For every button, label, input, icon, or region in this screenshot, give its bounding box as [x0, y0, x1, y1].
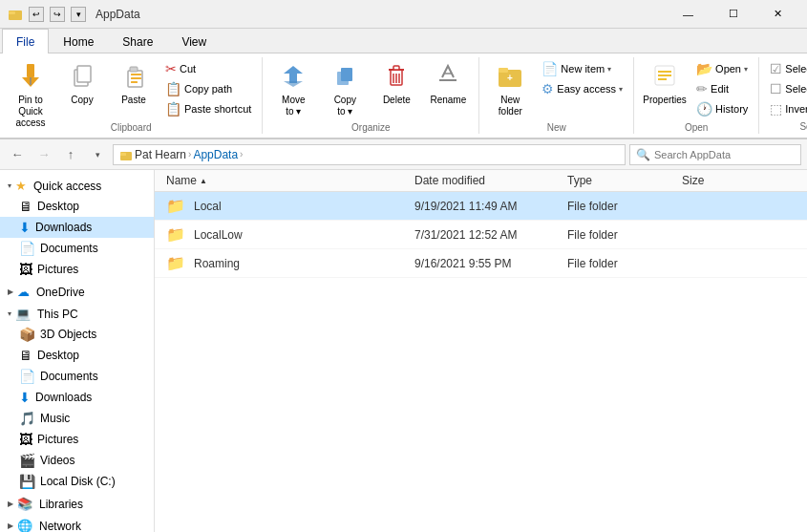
tab-file[interactable]: File [2, 29, 49, 53]
paste-button[interactable]: Paste [109, 57, 159, 120]
sidebar-item-documents-pc[interactable]: 📄 Documents [0, 366, 154, 387]
edit-button[interactable]: ✏ Edit [691, 79, 753, 98]
documents-pc-icon: 📄 [19, 369, 35, 384]
minimize-button[interactable]: — [667, 0, 710, 29]
sidebar-item-localdisk[interactable]: 💾 Local Disk (C:) [0, 471, 154, 492]
svg-rect-8 [130, 67, 138, 72]
copy-to-button[interactable]: Copyto ▾ [320, 57, 370, 120]
cut-label: Cut [180, 63, 196, 74]
back-button[interactable]: ← [6, 143, 29, 166]
thispc-label: This PC [37, 308, 78, 321]
close-button[interactable]: ✕ [756, 0, 799, 29]
organize-label: Organize [268, 120, 473, 135]
tab-share[interactable]: Share [108, 29, 167, 53]
sidebar-item-documents-qa[interactable]: 📄 Documents [0, 238, 154, 259]
file-row-roaming[interactable]: 📁 Roaming 9/16/2021 9:55 PM File folder [155, 249, 807, 278]
properties-button[interactable]: Properties [640, 57, 690, 120]
paste-shortcut-icon: 📋 [165, 101, 181, 117]
sidebar-item-3dobjects[interactable]: 📦 3D Objects [0, 324, 154, 345]
svg-rect-30 [658, 74, 671, 76]
svg-rect-33 [120, 153, 126, 156]
new-item-icon: 📄 [542, 61, 558, 76]
breadcrumb-user[interactable]: Pat Hearn [135, 148, 186, 161]
up-button[interactable]: ↑ [59, 143, 82, 166]
svg-rect-29 [658, 71, 671, 73]
search-input[interactable] [654, 149, 795, 160]
copy-button-large[interactable]: Copy [57, 57, 107, 120]
sidebar-item-pictures-pc[interactable]: 🖼 Pictures [0, 429, 154, 450]
new-item-label: New item [561, 63, 605, 74]
delete-icon [383, 62, 410, 93]
select-all-icon: ☑ [770, 61, 782, 76]
delete-button[interactable]: Delete [372, 57, 421, 120]
breadcrumb-appdata[interactable]: AppData [193, 148, 238, 161]
copy-path-button[interactable]: 📋 Copy path [160, 79, 256, 98]
sidebar: ▾ ★ Quick access 🖥 Desktop ⬇ Downloads 📄… [0, 170, 155, 532]
col-date-header[interactable]: Date modified [414, 174, 567, 187]
sidebar-section-network[interactable]: ▶ 🌐 Network [0, 514, 154, 532]
col-size-header[interactable]: Size [682, 174, 758, 187]
new-folder-button[interactable]: + Newfolder [485, 57, 535, 120]
desktop-icon: 🖥 [19, 199, 32, 214]
rename-button[interactable]: Rename [423, 57, 473, 120]
tab-home[interactable]: Home [49, 29, 108, 53]
paste-shortcut-button[interactable]: 📋 Paste shortcut [160, 99, 256, 118]
title-bar: ↩ ↪ ▾ AppData — ☐ ✕ [0, 0, 807, 29]
sidebar-section-quickaccess[interactable]: ▾ ★ Quick access [0, 174, 154, 196]
pin-icon [17, 62, 44, 93]
forward-button[interactable]: → [32, 143, 55, 166]
downloads-icon: ⬇ [19, 220, 31, 235]
videos-icon: 🎬 [19, 453, 35, 468]
history-label: History [715, 103, 748, 115]
pictures-pc-icon: 🖼 [19, 432, 32, 447]
main-content: ▾ ★ Quick access 🖥 Desktop ⬇ Downloads 📄… [0, 170, 807, 532]
maximize-button[interactable]: ☐ [711, 0, 754, 29]
copy-path-label: Copy path [184, 83, 232, 95]
sidebar-item-pictures-qa[interactable]: 🖼 Pictures [0, 259, 154, 280]
sidebar-item-desktop-pc[interactable]: 🖥 Desktop [0, 345, 154, 366]
open-label: Open [640, 120, 753, 135]
open-button[interactable]: 📂 Open ▾ [691, 59, 753, 78]
sidebar-section-libraries[interactable]: ▶ 📚 Libraries [0, 492, 154, 514]
svg-rect-10 [131, 77, 141, 79]
file-row-local[interactable]: 📁 Local 9/19/2021 11:49 AM File folder [155, 192, 807, 221]
cut-button[interactable]: ✂ Cut [160, 59, 256, 78]
quick-access-btn-2[interactable]: ↪ [50, 7, 65, 22]
invert-selection-label: Invert selection [785, 103, 807, 115]
select-none-label: Select none [785, 83, 807, 95]
sidebar-section-thispc[interactable]: ▾ 💻 This PC [0, 302, 154, 324]
select-none-icon: ☐ [770, 81, 782, 96]
new-item-button[interactable]: 📄 New item ▾ [537, 59, 627, 78]
sidebar-item-desktop-qa[interactable]: 🖥 Desktop [0, 196, 154, 217]
svg-rect-11 [131, 81, 138, 83]
recent-button[interactable]: ▾ [86, 143, 109, 166]
history-button[interactable]: 🕐 History [691, 99, 753, 118]
sidebar-item-music[interactable]: 🎵 Music [0, 408, 154, 429]
ribbon-section-select: ☑ Select all ☐ Select none ⬚ Invert sele… [759, 57, 807, 134]
pin-to-quickaccess-button[interactable]: Pin to Quickaccess [6, 57, 55, 120]
tab-view[interactable]: View [167, 29, 221, 53]
nav-bar: ← → ↑ ▾ Pat Hearn › AppData › 🔍 [0, 139, 807, 170]
file-name-local: Local [194, 200, 222, 213]
svg-rect-1 [9, 11, 15, 14]
invert-selection-button[interactable]: ⬚ Invert selection [765, 99, 807, 118]
col-type-header[interactable]: Type [567, 174, 682, 187]
clipboard-label: Clipboard [6, 120, 256, 135]
col-name-header[interactable]: Name ▲ [166, 174, 414, 187]
sidebar-item-downloads-pc[interactable]: ⬇ Downloads [0, 387, 154, 408]
select-all-button[interactable]: ☑ Select all [765, 59, 807, 78]
search-box: 🔍 [629, 144, 801, 165]
quick-access-dropdown[interactable]: ▾ [71, 7, 86, 22]
sidebar-section-onedrive[interactable]: ▶ ☁ OneDrive [0, 280, 154, 302]
move-to-button[interactable]: Moveto ▾ [268, 57, 318, 120]
select-none-button[interactable]: ☐ Select none [765, 79, 807, 98]
cut-icon: ✂ [165, 61, 177, 76]
easy-access-button[interactable]: ⚙ Easy access ▾ [537, 79, 627, 98]
properties-icon [651, 62, 678, 93]
invert-selection-icon: ⬚ [770, 101, 782, 117]
sidebar-item-videos[interactable]: 🎬 Videos [0, 450, 154, 471]
sidebar-item-downloads-qa[interactable]: ⬇ Downloads [0, 217, 154, 238]
quick-access-btn-1[interactable]: ↩ [29, 7, 44, 22]
file-row-locallow[interactable]: 📁 LocalLow 7/31/2021 12:52 AM File folde… [155, 221, 807, 249]
folder-icon-local: 📁 [166, 197, 185, 215]
